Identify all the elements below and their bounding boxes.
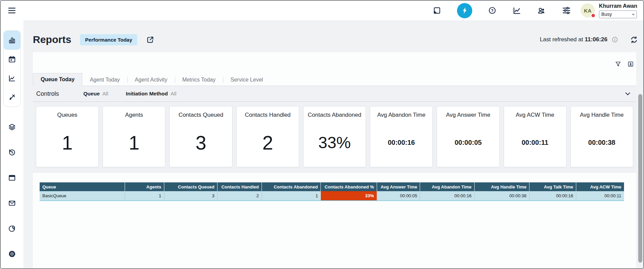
tab-queue-today[interactable]: Queue Today xyxy=(33,73,82,86)
presence-busy-dot xyxy=(591,13,596,18)
sidebar-item-analytics[interactable] xyxy=(4,69,20,88)
table-row: BasicQueue 1 3 2 1 33% 00:00:05 00:00:16… xyxy=(40,191,624,201)
users-button[interactable] xyxy=(537,6,546,15)
menu-button[interactable] xyxy=(7,5,17,16)
sidebar-item-customize[interactable] xyxy=(4,88,20,107)
main-area: Reports Performance Today Last refreshed… xyxy=(23,20,643,268)
avatar[interactable]: KA xyxy=(581,3,595,18)
last-refreshed-label: Last refreshed at 11:06:26 xyxy=(540,36,607,43)
kpi-value: 33% xyxy=(318,133,351,152)
tab-agent-today[interactable]: Agent Today xyxy=(82,74,127,86)
sidebar-item-layers[interactable] xyxy=(1,114,23,140)
cell-contacts-queued: 3 xyxy=(164,191,217,201)
kpi-label: Contacts Handled xyxy=(245,112,291,118)
download-button[interactable] xyxy=(627,61,634,68)
kpi-value: 1 xyxy=(62,132,73,154)
window-icon xyxy=(8,174,16,182)
sidebar-item-pie-reports[interactable] xyxy=(1,216,23,241)
column-header-contacts-handled: Contacts Handled xyxy=(217,182,262,191)
help-button[interactable]: ? xyxy=(488,6,497,15)
history-icon xyxy=(8,148,16,157)
page-title: Reports xyxy=(33,34,71,45)
column-header-avg-acw-time: Avg ACW Time xyxy=(576,182,624,191)
column-header-contacts-abandoned: Contacts Abandoned xyxy=(262,182,320,191)
line-chart-icon xyxy=(8,74,16,83)
cell-avg-acw-time: 00:00:11 xyxy=(576,191,624,201)
controls-collapse-button[interactable] xyxy=(624,90,631,97)
status-select[interactable]: Busy xyxy=(599,10,637,18)
sidebar-item-reports[interactable] xyxy=(4,31,20,50)
kpi-card-contacts-abandoned: Contacts Abandoned 33% xyxy=(303,106,366,167)
metrics-button[interactable] xyxy=(512,6,521,15)
last-refreshed-time: 11:06:26 xyxy=(585,36,607,43)
metrics-icon xyxy=(512,6,521,15)
kpi-card-queues: Queues 1 xyxy=(36,106,99,167)
filter-funnel-icon xyxy=(615,61,622,68)
app-body: Reports Performance Today Last refreshed… xyxy=(1,20,643,268)
sidebar-item-schedule[interactable] xyxy=(4,50,20,69)
sidebar-item-history[interactable] xyxy=(1,140,23,165)
kpi-card-avg-acw-time: Avg ACW Time 00:00:11 xyxy=(504,106,566,167)
column-header-contacts-queued: Contacts Queued xyxy=(164,182,217,191)
user-block: Khurram Awan Busy xyxy=(599,3,637,18)
kpi-label: Contacts Abandoned xyxy=(308,112,361,118)
calendar-icon xyxy=(8,55,16,64)
filter-button[interactable] xyxy=(615,61,622,68)
note-button[interactable] xyxy=(433,6,441,15)
info-icon xyxy=(611,36,618,43)
kpi-value: 00:00:16 xyxy=(388,139,415,147)
report-badge: Performance Today xyxy=(80,34,137,45)
tab-metrics-today[interactable]: Metrics Today xyxy=(175,74,223,86)
refresh-button[interactable] xyxy=(630,36,638,44)
topbar-actions: ? xyxy=(433,3,571,18)
sidebar xyxy=(1,20,23,268)
kpi-value: 00:00:38 xyxy=(588,139,615,147)
tab-agent-activity[interactable]: Agent Activity xyxy=(127,74,175,86)
sidebar-item-mail[interactable] xyxy=(1,190,23,216)
cell-agents: 1 xyxy=(125,191,164,201)
sidebar-item-window[interactable] xyxy=(1,165,23,190)
user-name: Khurram Awan xyxy=(599,3,637,9)
cell-queue: BasicQueue xyxy=(40,191,125,201)
sidebar-list xyxy=(1,114,23,267)
mail-icon xyxy=(8,199,16,207)
pie-chart-icon xyxy=(8,224,16,233)
kpi-cards: Queues 1 Agents 1 Contacts Queued 3 Cont… xyxy=(33,102,636,173)
refresh-area: Last refreshed at 11:06:26 xyxy=(540,36,638,44)
initiation-method-filter[interactable]: Initiation Method All xyxy=(126,91,176,97)
kpi-card-avg-handle-time: Avg Handle Time 00:00:38 xyxy=(570,106,633,167)
kpi-value: 1 xyxy=(129,132,140,154)
note-icon xyxy=(433,6,441,15)
tab-service-level[interactable]: Service Level xyxy=(223,74,270,86)
kpi-card-contacts-handled: Contacts Handled 2 xyxy=(236,106,299,167)
preferences-sliders-icon xyxy=(562,6,571,15)
help-icon: ? xyxy=(488,6,497,15)
kpi-value: 2 xyxy=(262,132,273,154)
panel-toolbar xyxy=(33,52,636,68)
column-header-agents: Agents xyxy=(125,182,164,191)
svg-text:?: ? xyxy=(491,8,494,13)
kpi-label: Queues xyxy=(57,112,78,118)
page-header: Reports Performance Today Last refreshed… xyxy=(33,32,638,47)
column-header-avg-talk-time: Avg Talk Time xyxy=(529,182,576,191)
chevron-down-icon xyxy=(624,90,631,97)
kpi-label: Avg ACW Time xyxy=(516,112,554,118)
external-link-icon xyxy=(146,36,154,44)
cell-avg-talk-time: 00:00:16 xyxy=(529,191,576,201)
cell-contacts-abandoned: 1 xyxy=(262,191,320,201)
sidebar-item-settings[interactable] xyxy=(1,241,23,267)
open-in-new-button[interactable] xyxy=(146,36,154,44)
kpi-card-avg-abandon-time: Avg Abandon Time 00:00:16 xyxy=(370,106,433,167)
kpi-value: 00:00:11 xyxy=(522,139,548,147)
topbar: ? xyxy=(1,1,643,20)
quick-connect-button[interactable] xyxy=(457,3,472,18)
vertical-scrollbar[interactable] xyxy=(638,94,642,263)
preferences-button[interactable] xyxy=(562,6,571,15)
cell-contacts-handled: 2 xyxy=(217,191,262,201)
refresh-info-button[interactable] xyxy=(611,36,618,43)
queue-filter[interactable]: Queue All xyxy=(83,91,108,97)
kpi-label: Contacts Queued xyxy=(179,112,223,118)
refresh-icon xyxy=(630,36,638,44)
queue-filter-label: Queue xyxy=(83,91,100,97)
initiation-method-filter-label: Initiation Method xyxy=(126,91,168,97)
